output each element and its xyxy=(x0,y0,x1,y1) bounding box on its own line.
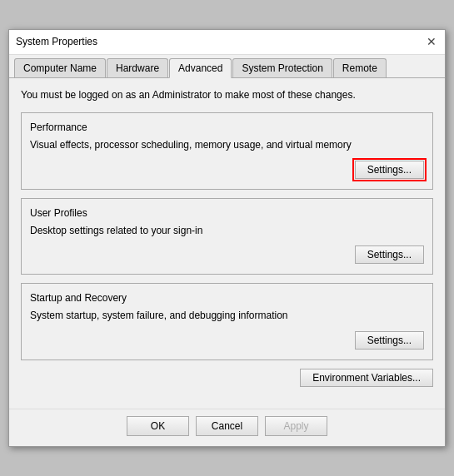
tab-hardware[interactable]: Hardware xyxy=(107,58,168,77)
admin-notice: You must be logged on as an Administrato… xyxy=(21,88,433,102)
ok-button[interactable]: OK xyxy=(127,416,189,436)
performance-btn-row: Settings... xyxy=(30,161,424,179)
env-btn-row: Environment Variables... xyxy=(21,369,433,387)
close-button[interactable]: ✕ xyxy=(425,36,438,47)
performance-label: Performance xyxy=(30,121,424,133)
startup-recovery-settings-button[interactable]: Settings... xyxy=(355,331,424,350)
user-profiles-settings-button[interactable]: Settings... xyxy=(355,245,424,264)
tab-advanced[interactable]: Advanced xyxy=(169,58,232,78)
tab-bar: Computer Name Hardware Advanced System P… xyxy=(9,55,445,78)
startup-recovery-desc: System startup, system failure, and debu… xyxy=(30,309,424,323)
titlebar: System Properties ✕ xyxy=(9,30,445,55)
apply-button[interactable]: Apply xyxy=(265,416,327,436)
startup-recovery-label: Startup and Recovery xyxy=(30,292,424,304)
tab-computer-name[interactable]: Computer Name xyxy=(14,58,106,77)
tab-system-protection[interactable]: System Protection xyxy=(232,58,332,77)
startup-recovery-section: Startup and Recovery System startup, sys… xyxy=(21,283,433,360)
dialog-footer: OK Cancel Apply xyxy=(9,409,445,446)
performance-section: Performance Visual effects, processor sc… xyxy=(21,112,433,190)
environment-variables-button[interactable]: Environment Variables... xyxy=(300,369,433,387)
window-title: System Properties xyxy=(16,36,97,47)
user-profiles-desc: Desktop settings related to your sign-in xyxy=(30,224,424,238)
user-profiles-section: User Profiles Desktop settings related t… xyxy=(21,198,433,275)
tab-remote[interactable]: Remote xyxy=(333,58,387,77)
performance-desc: Visual effects, processor scheduling, me… xyxy=(30,138,424,152)
system-properties-dialog: System Properties ✕ Computer Name Hardwa… xyxy=(8,29,446,447)
startup-recovery-btn-row: Settings... xyxy=(30,331,424,350)
tab-content: You must be logged on as an Administrato… xyxy=(9,78,445,409)
cancel-button[interactable]: Cancel xyxy=(196,416,258,436)
user-profiles-label: User Profiles xyxy=(30,207,424,219)
user-profiles-btn-row: Settings... xyxy=(30,245,424,264)
performance-settings-button[interactable]: Settings... xyxy=(355,161,424,179)
